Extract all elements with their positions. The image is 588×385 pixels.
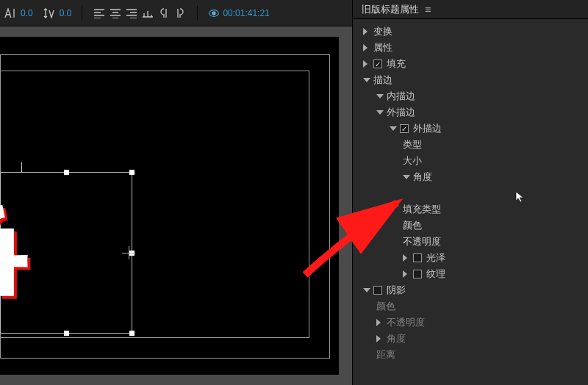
panel-header: 旧版标题属性 ≡ — [353, 0, 588, 19]
resize-handle[interactable] — [64, 331, 69, 336]
video-canvas[interactable]: 静 静 — [0, 37, 339, 375]
twisty-icon[interactable] — [376, 94, 384, 101]
align-center-icon[interactable] — [109, 7, 122, 20]
section-inner-stroke[interactable]: 内描边 添加 — [359, 88, 588, 104]
outer-stroke-checkbox[interactable]: ✓ — [400, 124, 409, 133]
resize-handle[interactable] — [129, 170, 135, 175]
title-properties-panel: 旧版标题属性 ≡ 变换 属性 ✓ 填充 描边 — [353, 0, 588, 385]
outer-stroke-item[interactable]: ✓ 外描边 删除 上移 — [359, 120, 588, 137]
align-left-icon[interactable] — [93, 7, 106, 20]
title-text[interactable]: 静 静 — [0, 173, 133, 336]
kerning-control[interactable]: 0.0 — [4, 7, 33, 20]
baseline-marker — [21, 162, 22, 173]
mouse-cursor-icon — [515, 191, 527, 203]
title-designer-canvas-pane: 0.0 0.0 00:01:41 — [0, 0, 353, 385]
panel-title: 旧版标题属性 — [362, 3, 419, 16]
twisty-icon[interactable] — [363, 78, 370, 85]
prop-shadow-color: 颜色 — [359, 298, 588, 314]
section-attributes[interactable]: 属性 — [359, 40, 588, 56]
svg-point-1 — [212, 11, 215, 14]
shadow-checkbox[interactable] — [373, 286, 382, 295]
prop-size: 大小 19.0 — [359, 153, 588, 169]
align-right-icon[interactable] — [125, 7, 138, 20]
tab-stops-icon[interactable] — [141, 7, 154, 20]
twisty-icon[interactable] — [390, 126, 397, 134]
prop-shadow-angle[interactable]: 角度 — [359, 331, 588, 347]
sheen-checkbox[interactable] — [413, 253, 422, 262]
title-text-bounding-box[interactable]: 静 静 — [0, 172, 132, 334]
twisty-icon[interactable] — [376, 110, 384, 118]
twisty-icon[interactable] — [363, 44, 370, 51]
resize-handle[interactable] — [0, 251, 3, 256]
twisty-icon[interactable] — [403, 175, 410, 182]
section-shadow[interactable]: 阴影 — [359, 282, 588, 298]
show-video-icon[interactable] — [208, 7, 220, 19]
prop-angle[interactable]: 角度 0.0 ° — [359, 169, 588, 185]
twisty-icon[interactable] — [363, 288, 370, 295]
leading-value[interactable]: 0.0 — [60, 8, 72, 18]
properties-list: 变换 属性 ✓ 填充 描边 内描边 添加 外描边 — [353, 19, 588, 363]
leading-icon — [43, 7, 57, 20]
section-outer-stroke[interactable]: 外描边 添加 — [359, 104, 588, 120]
prop-shadow-opacity[interactable]: 不透明度 — [359, 314, 588, 331]
canvas-area[interactable]: 静 静 — [0, 26, 352, 385]
title-toolbar: 0.0 0.0 00:01:41 — [0, 0, 352, 26]
twisty-icon[interactable] — [376, 319, 384, 326]
kerning-value[interactable]: 0.0 — [21, 8, 33, 18]
twisty-icon[interactable] — [363, 60, 370, 68]
panel-menu-icon[interactable]: ≡ — [425, 4, 431, 15]
show-paragraph-icon[interactable] — [157, 7, 171, 20]
prop-shadow-distance: 距离 — [359, 347, 588, 363]
kerning-icon — [4, 7, 18, 20]
annotation-arrow — [301, 194, 412, 282]
show-paragraph-rtl-icon[interactable] — [173, 7, 187, 20]
resize-handle[interactable] — [129, 331, 135, 336]
fill-checkbox[interactable]: ✓ — [373, 60, 382, 68]
toolbar-divider — [197, 6, 198, 21]
texture-checkbox[interactable] — [413, 270, 422, 278]
timecode-display[interactable]: 00:01:41:21 — [223, 8, 269, 18]
twisty-icon[interactable] — [363, 28, 370, 35]
prop-type: 类型 深度 — [359, 137, 588, 153]
title-text-fill-layer: 静 — [0, 173, 26, 336]
section-stroke[interactable]: 描边 — [359, 72, 588, 88]
toolbar-divider — [82, 6, 82, 21]
leading-control[interactable]: 0.0 — [43, 7, 72, 20]
twisty-icon[interactable] — [376, 335, 384, 342]
section-transform[interactable]: 变换 — [359, 24, 588, 40]
resize-handle[interactable] — [64, 170, 69, 175]
section-fill[interactable]: ✓ 填充 — [359, 56, 588, 72]
